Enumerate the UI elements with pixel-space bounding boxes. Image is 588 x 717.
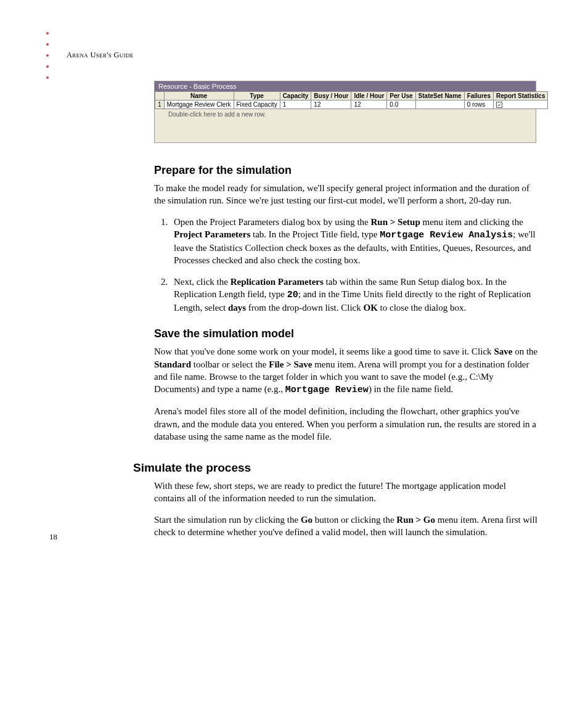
heading-save: Save the simulation model [154,327,539,340]
heading-simulate: Simulate the process [133,461,539,475]
margin-bullets [46,23,49,88]
col-blank [155,92,165,100]
resource-table: Name Type Capacity Busy / Hour Idle / Ho… [155,91,548,109]
col-idle: Idle / Hour [351,92,387,100]
col-name: Name [164,92,234,100]
add-row-hint[interactable]: Double-click here to add a new row. [155,109,536,142]
save-p1: Now that you've done some work on your m… [154,345,539,396]
cell-stateset[interactable] [415,100,464,109]
simulate-p2: Start the simulation run by clicking the… [154,514,539,539]
heading-prepare: Prepare for the simulation [154,164,539,177]
col-busy: Busy / Hour [311,92,351,100]
cell-report[interactable]: ✓ [494,100,548,109]
cell-failures[interactable]: 0 rows [464,100,493,109]
col-capacity: Capacity [280,92,311,100]
simulate-p1: With these few, short steps, we are read… [154,480,539,505]
table-row: 1 Mortgage Review Clerk Fixed Capacity 1… [155,100,548,109]
col-failures: Failures [464,92,493,100]
resource-grid-screenshot: Resource - Basic Process Name Type Capac… [154,81,536,143]
col-peruse: Per Use [387,92,415,100]
cell-rownum: 1 [155,100,165,109]
save-p2: Arena's model files store all of the mod… [154,405,539,443]
list-item: Next, click the Replication Parameters t… [170,276,539,314]
cell-capacity[interactable]: 1 [280,100,311,109]
checkbox-icon[interactable]: ✓ [496,102,502,108]
cell-type[interactable]: Fixed Capacity [234,100,280,109]
grid-title: Resource - Basic Process [155,81,536,91]
list-item: Open the Project Parameters dialog box b… [170,216,539,267]
running-header: Arena User's Guide [67,51,539,60]
table-header-row: Name Type Capacity Busy / Hour Idle / Ho… [155,92,548,100]
page-number: 18 [49,532,57,542]
col-stateset: StateSet Name [415,92,464,100]
cell-idle[interactable]: 12 [351,100,387,109]
cell-busy[interactable]: 12 [311,100,351,109]
col-type: Type [234,92,280,100]
prepare-steps: Open the Project Parameters dialog box b… [155,216,539,314]
prepare-intro: To make the model ready for simulation, … [154,182,539,207]
col-report: Report Statistics [494,92,548,100]
cell-peruse[interactable]: 0.0 [387,100,415,109]
cell-name[interactable]: Mortgage Review Clerk [164,100,234,109]
